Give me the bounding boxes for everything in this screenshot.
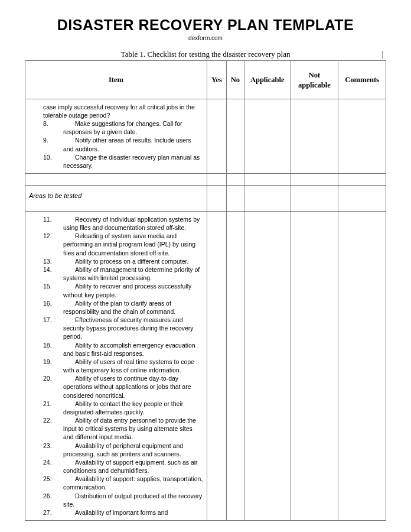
item-text: Availability of support: supplies, trans… xyxy=(63,475,203,491)
list-item: 15.Ability to recover and process succes… xyxy=(29,282,203,299)
item-number: 26. xyxy=(43,492,63,500)
cell-no xyxy=(226,99,244,173)
page-title: DISASTER RECOVERY PLAN TEMPLATE xyxy=(25,17,386,34)
cell-empty xyxy=(207,174,226,186)
items-cell-1: case imply successful recovery for all c… xyxy=(25,99,207,173)
col-header-yes: Yes xyxy=(207,61,226,99)
list-item: 19.Ability of users of real time systems… xyxy=(29,358,203,374)
item-text: Ability of the plan to clarify areas of … xyxy=(63,299,203,316)
cell-empty xyxy=(338,186,386,212)
list-item: 10.Change the disaster recovery plan man… xyxy=(29,153,203,170)
item-number: 22. xyxy=(43,416,63,424)
item-number: 25. xyxy=(43,475,63,483)
list-item: 8.Make suggestions for changes. Call for… xyxy=(29,119,203,136)
list-item: 21.Ability to contact the key people or … xyxy=(29,400,203,416)
cell-empty xyxy=(291,186,338,212)
table-caption: Table 1. Checklist for testing the disas… xyxy=(25,50,386,59)
list-item: 13.Ability to process on a different com… xyxy=(29,257,203,265)
item-number: 21. xyxy=(43,400,63,408)
table-header-row: Item Yes No Applicable Not applicable Co… xyxy=(25,61,386,99)
section-label: Areas to be tested xyxy=(25,186,207,212)
item-number: 10. xyxy=(43,153,63,161)
cell-empty xyxy=(244,186,291,212)
cell-empty xyxy=(25,174,207,186)
list-item: 14.Ability of management to determine pr… xyxy=(29,265,203,282)
col-header-not-applicable: Not applicable xyxy=(291,61,338,99)
table-row: case imply successful recovery for all c… xyxy=(25,99,386,173)
list-item: 11.Recovery of individual application sy… xyxy=(29,215,203,232)
cell-not-applicable xyxy=(291,211,338,520)
table-row: 11.Recovery of individual application sy… xyxy=(25,211,386,520)
list-item: 26.Distribution of output produced at th… xyxy=(29,492,203,508)
item-number: 27. xyxy=(43,508,63,517)
item-text: Availability of peripheral equipment and… xyxy=(63,442,203,458)
item-number: 9. xyxy=(43,136,63,144)
item-number: 18. xyxy=(43,341,63,349)
col-header-applicable: Applicable xyxy=(244,61,291,99)
item-text: Reloading of system save media and perfo… xyxy=(63,232,203,257)
cell-no xyxy=(226,211,244,520)
page-subtitle: dexform.com xyxy=(25,35,386,41)
item-text: Ability of users to continue day-to-day … xyxy=(63,374,203,400)
table-row-gap xyxy=(25,174,386,186)
col-header-comments: Comments xyxy=(338,61,386,99)
list-item: 24.Availability of support equipment, su… xyxy=(29,458,203,475)
cell-comments xyxy=(338,99,386,173)
item-number: 16. xyxy=(43,299,63,307)
cell-empty xyxy=(338,174,386,186)
list-item: 25.Availability of support: supplies, tr… xyxy=(29,475,203,491)
item-number: 24. xyxy=(43,458,63,466)
col-header-no: No xyxy=(226,61,244,99)
list-item: 20.Ability of users to continue day-to-d… xyxy=(29,374,203,400)
list-item: 17.Effectiveness of security measures an… xyxy=(29,316,203,341)
cell-yes xyxy=(207,99,226,173)
cell-applicable xyxy=(244,99,291,173)
item-text: Ability to recover and process successfu… xyxy=(63,282,203,299)
table-row-section: Areas to be tested xyxy=(25,186,386,212)
col-header-item: Item xyxy=(25,61,207,99)
caption-divider xyxy=(382,51,383,59)
cell-empty xyxy=(291,174,338,186)
item-number: 12. xyxy=(43,232,63,240)
cell-empty xyxy=(226,186,244,212)
caption-text: Table 1. Checklist for testing the disas… xyxy=(121,50,291,59)
item-text: Ability to accomplish emergency evacuati… xyxy=(63,341,203,358)
item-text: Ability to contact the key people or the… xyxy=(63,400,203,416)
item-number: 17. xyxy=(43,316,63,324)
items-cell-2: 11.Recovery of individual application sy… xyxy=(25,211,207,520)
cell-yes xyxy=(207,211,226,520)
cell-empty xyxy=(244,174,291,186)
checklist-table: Item Yes No Applicable Not applicable Co… xyxy=(25,60,386,521)
list-item: 12.Reloading of system save media and pe… xyxy=(29,232,203,257)
item-number: 13. xyxy=(43,257,63,265)
item-number: 19. xyxy=(43,358,63,366)
item-number: 20. xyxy=(43,374,63,382)
item-number: 8. xyxy=(43,119,63,128)
cell-comments xyxy=(338,211,386,520)
item-text: Availability of support equipment, such … xyxy=(63,458,203,475)
item-number: 14. xyxy=(43,265,63,274)
item-number: 23. xyxy=(43,442,63,450)
cell-not-applicable xyxy=(291,99,338,173)
item-text: Change the disaster recovery plan manual… xyxy=(63,153,203,170)
list-item: 27.Availability of important forms and xyxy=(29,508,203,517)
item-text: Notify other areas of results. Include u… xyxy=(63,136,203,153)
item-text: Availability of important forms and xyxy=(63,508,203,517)
item-number: 15. xyxy=(43,282,63,290)
item-number: 11. xyxy=(43,215,63,223)
cell-empty xyxy=(207,186,226,212)
item-text: Make suggestions for changes. Call for r… xyxy=(63,119,203,136)
list-item: 23.Availability of peripheral equipment … xyxy=(29,442,203,458)
cell-empty xyxy=(226,174,244,186)
item-text: Effectiveness of security measures and s… xyxy=(63,316,203,341)
list-item: 18.Ability to accomplish emergency evacu… xyxy=(29,341,203,358)
item-text: Ability to process on a different comput… xyxy=(63,257,203,265)
item-text: Recovery of individual application syste… xyxy=(63,215,203,232)
item-text: Ability of management to determine prior… xyxy=(63,265,203,282)
item-text: Distribution of output produced at the r… xyxy=(63,492,203,508)
list-item: 22.Ability of data entry personnel to pr… xyxy=(29,416,203,442)
list-item: 9.Notify other areas of results. Include… xyxy=(29,136,203,153)
list-item: 16.Ability of the plan to clarify areas … xyxy=(29,299,203,316)
item-text: Ability of data entry personnel to provi… xyxy=(63,416,203,442)
cell-applicable xyxy=(244,211,291,520)
